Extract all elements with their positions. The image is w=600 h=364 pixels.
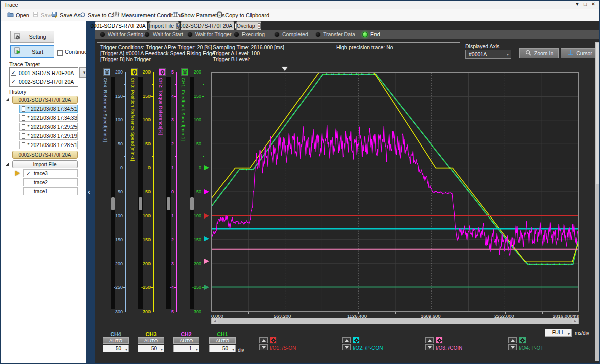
status-lamp: End	[362, 31, 380, 37]
horizontal-scrollbar[interactable]: ◂ ▸	[211, 318, 579, 324]
continuous-checkbox[interactable]	[57, 48, 63, 57]
copy-to-clipboard-button[interactable]: aCopy to Clipboard	[216, 11, 269, 19]
history-item[interactable]: * 2021/03/08 17:28:51	[19, 141, 78, 149]
collapse-chevron-icon[interactable]: ‹	[88, 187, 90, 196]
history-group-import[interactable]: Import File	[12, 160, 78, 168]
start-button[interactable]: Start	[10, 45, 54, 58]
ch4-scale-select[interactable]: 50▾	[103, 345, 129, 352]
history-item[interactable]: * 2021/03/08 17:29:19	[19, 132, 78, 140]
io2-gear-icon[interactable]	[353, 337, 360, 344]
setting-button[interactable]: Setting	[10, 31, 54, 43]
ch4-tick-label: 0	[106, 165, 123, 170]
tab-close-icon[interactable]: ×	[258, 23, 261, 29]
trace-target-list[interactable]: ✓0001-SGD7S-R70F20A✓0002-SGD7S-R70F20A	[9, 67, 78, 87]
scroll-left-icon[interactable]: ◂	[211, 318, 218, 324]
io2-up-button[interactable]	[342, 337, 351, 343]
ch3-tick-label: -250	[133, 285, 151, 290]
ch3-scale-select[interactable]: 50▾	[138, 345, 164, 352]
history-group-device[interactable]: 0002-SGD7S-R70F20A	[12, 151, 78, 159]
ch1-minor-tick	[203, 84, 204, 85]
io4-gear-icon[interactable]	[519, 337, 526, 344]
history-group-device[interactable]: 0001-SGD7S-R70F20A	[12, 96, 78, 104]
checkbox[interactable]: ✓	[11, 79, 16, 84]
close-icon[interactable]: ✕	[590, 1, 597, 8]
ch2-axis-title: CH2: Torque Reference[%]	[158, 78, 163, 135]
io3-up-button[interactable]	[425, 337, 434, 343]
ch4-tick	[123, 120, 125, 120]
checkbox[interactable]	[26, 189, 31, 194]
status-lamp: Executing	[234, 31, 265, 37]
ch2-scale-select[interactable]: 1▾	[173, 345, 199, 352]
trace-target-item[interactable]: ✓0001-SGD7S-R70F20A	[11, 68, 77, 77]
cursor-label: Cursor	[576, 50, 592, 56]
io3-down-button[interactable]	[425, 344, 434, 350]
ch1-minor-tick	[203, 156, 204, 157]
history-item[interactable]: trace2	[23, 178, 78, 186]
trace-plot[interactable]	[211, 72, 579, 312]
tab[interactable]: Overlap×	[236, 21, 261, 30]
ch1-tick-label: 200	[184, 69, 201, 75]
save-button: Save	[32, 11, 53, 19]
ch2-tick-label: 3	[157, 117, 174, 122]
ch2-scrollbar-thumb[interactable]	[167, 197, 170, 210]
ch3-scrollbar-thumb[interactable]	[139, 197, 142, 210]
io3-gear-icon[interactable]	[436, 337, 443, 344]
trace-target-item-label: 0001-SGD7S-R70F20A	[19, 70, 74, 76]
io2-down-button[interactable]	[342, 344, 351, 350]
window-menu-icon[interactable]: ▾	[574, 1, 581, 8]
checkbox[interactable]	[22, 142, 25, 148]
vertical-scrollbar-thumb[interactable]	[596, 43, 599, 184]
scroll-right-icon[interactable]: ▸	[572, 318, 579, 324]
ch1-scrollbar-thumb[interactable]	[190, 197, 194, 210]
time-scale-select[interactable]: FULL ▾	[545, 329, 572, 337]
ch3-tick-label: 100	[133, 117, 151, 122]
status-lamp-label: Wait for Settings	[108, 31, 146, 37]
horizontal-scrollbar-thumb[interactable]	[218, 318, 572, 324]
io1-gear-icon[interactable]	[270, 337, 277, 344]
history-item[interactable]: ✓trace3	[23, 169, 78, 177]
checkbox[interactable]	[22, 106, 25, 112]
displayed-axis-select[interactable]: #0001A ▾	[465, 50, 511, 59]
ch1-tick-label: -250	[184, 285, 201, 290]
ch1-auto-button[interactable]: AUTO	[209, 337, 236, 344]
ch4-scrollbar-thumb[interactable]	[111, 197, 115, 210]
tab[interactable]: Import File×	[149, 21, 179, 30]
tab[interactable]: 0001-SGD7S-R70F20A×	[95, 21, 147, 30]
history-item[interactable]: * 2021/03/08 17:34:51	[19, 105, 78, 113]
maximize-icon[interactable]: □	[582, 1, 589, 8]
ch4-auto-button[interactable]: AUTO	[103, 337, 129, 344]
checkbox[interactable]	[22, 115, 25, 121]
ch1-tick-label: -300	[184, 309, 201, 314]
ch3-auto-button[interactable]: AUTO	[138, 337, 164, 344]
ch4-tick	[123, 240, 125, 240]
checkbox[interactable]	[22, 124, 25, 130]
zoom-in-button[interactable]: Zoom In	[519, 48, 559, 58]
checkbox[interactable]: ✓	[26, 171, 31, 176]
ch1-scale-select[interactable]: 50▾	[209, 345, 236, 352]
checkbox[interactable]: ✓	[11, 70, 16, 76]
checkbox[interactable]	[22, 133, 25, 139]
save-as-button[interactable]: Save As	[51, 11, 80, 19]
history-item[interactable]: * 2021/03/08 17:29:25	[19, 123, 78, 131]
tree-expander-icon[interactable]	[6, 98, 9, 101]
history-item[interactable]: * 2021/03/08 17:34:33	[19, 114, 78, 122]
sidebar-collapse-bar[interactable]: ‹	[86, 21, 95, 363]
ch3-tick-label: 150	[133, 94, 151, 99]
cursor-button[interactable]: Cursor	[561, 48, 599, 58]
io4-up-button[interactable]	[508, 337, 517, 343]
trace-target-item[interactable]: ✓0002-SGD7S-R70F20A	[11, 77, 77, 86]
vertical-scrollbar[interactable]	[595, 42, 600, 361]
trigger-position-icon	[282, 67, 288, 71]
start-button-label: Start	[21, 49, 54, 55]
io1-down-button[interactable]	[259, 344, 268, 350]
displayed-axis-label: Displayed Axis	[465, 43, 499, 49]
open-button[interactable]: Open	[7, 11, 29, 19]
io4-down-button[interactable]	[508, 344, 517, 350]
tree-expander-icon[interactable]	[6, 162, 9, 166]
tab[interactable]: 0002-SGD7S-R70F20A×	[181, 21, 234, 30]
ch3-label: CH3	[138, 331, 164, 337]
history-item[interactable]: trace1	[23, 187, 78, 195]
ch2-auto-button[interactable]: AUTO	[173, 337, 199, 344]
io1-up-button[interactable]	[259, 337, 268, 343]
checkbox[interactable]	[26, 180, 31, 185]
